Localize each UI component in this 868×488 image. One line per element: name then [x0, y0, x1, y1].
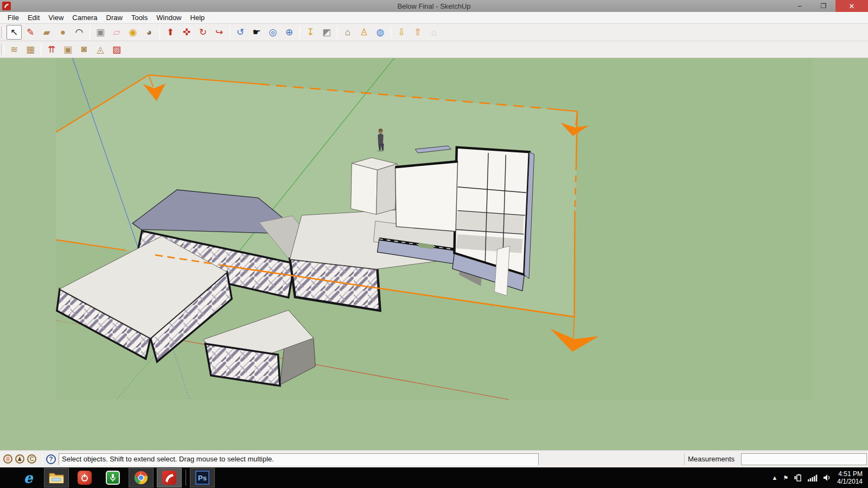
google-earth-icon: ◍ [376, 27, 385, 38]
menu-view[interactable]: View [44, 12, 68, 24]
windows-taskbar: e [0, 467, 868, 488]
power-icon [78, 471, 92, 485]
flip-edge-button[interactable]: ▨ [109, 42, 124, 57]
toolbar-separator [229, 26, 230, 39]
status-tip-text: Select objects. Shift to extend select. … [59, 453, 539, 465]
copyright-icon[interactable]: C [27, 454, 36, 464]
menu-help[interactable]: Help [186, 12, 209, 24]
close-button[interactable]: ✕ [835, 0, 868, 12]
show-hidden-icons[interactable]: ▲ [772, 474, 778, 481]
add-location-icon: ↧ [307, 27, 314, 38]
measurements-input[interactable] [741, 453, 867, 465]
taskbar-chrome[interactable] [129, 468, 154, 487]
photo-textures-button[interactable]: ⌂ [340, 25, 355, 40]
cube-side[interactable] [376, 164, 397, 214]
line-tool-button[interactable]: ✎ [23, 25, 38, 40]
position-camera-icon: ♙ [360, 27, 368, 38]
credit-icon[interactable]: ♟ [15, 454, 24, 464]
arc-tool-button[interactable]: ◠ [72, 25, 87, 40]
move-tool-button[interactable]: ✜ [179, 25, 194, 40]
taskbar-microphone-app[interactable] [100, 468, 125, 487]
toolbar-separator [90, 26, 90, 39]
volume-speaker-icon[interactable] [823, 474, 832, 481]
add-location-button[interactable]: ↧ [303, 25, 318, 40]
pan-tool-button[interactable]: ☛ [249, 25, 264, 40]
stamp-button[interactable]: ▣ [60, 42, 75, 57]
toolbar-separator [337, 26, 337, 39]
get-models-button[interactable]: ⇩ [394, 25, 409, 40]
offset-icon: ↪ [215, 27, 223, 38]
rectangle-tool-button[interactable]: ▰ [39, 25, 54, 40]
push-pull-button[interactable]: ⬆ [163, 25, 178, 40]
restore-button[interactable]: ❐ [812, 0, 835, 12]
menu-camera[interactable]: Camera [68, 12, 101, 24]
toolbar-drag-handle[interactable] [1, 43, 4, 55]
taskbar-photoshop[interactable]: Ps [190, 468, 215, 487]
cube-front[interactable] [351, 163, 378, 214]
offset-tool-button[interactable]: ↪ [212, 25, 227, 40]
make-component-button[interactable]: ▣ [93, 25, 108, 40]
from-contours-button[interactable]: ≋ [7, 42, 22, 57]
sketchup-window: Below Final - SketchUp – ❐ ✕ File Edit V… [0, 0, 868, 488]
geolocation-icon[interactable] [3, 454, 12, 464]
zoom-tool-button[interactable]: ◎ [265, 25, 280, 40]
menu-tools[interactable]: Tools [127, 12, 152, 24]
select-tool-button[interactable]: ↖ [7, 25, 22, 40]
network-signal-icon[interactable] [808, 474, 818, 481]
measurements-label: Measurements [684, 453, 741, 465]
action-center-flag-icon[interactable]: ⚑ [783, 474, 788, 481]
model-viewport[interactable] [0, 58, 868, 450]
minimize-button[interactable]: – [788, 0, 812, 12]
menu-edit[interactable]: Edit [23, 12, 44, 24]
google-earth-button[interactable]: ◍ [373, 25, 388, 40]
menu-window[interactable]: Window [152, 12, 186, 24]
taskbar-sketchup[interactable] [157, 468, 182, 487]
eraser-tool-button[interactable]: ▱ [109, 25, 124, 40]
menu-file[interactable]: File [3, 12, 23, 24]
toggle-terrain-icon: ◩ [322, 27, 331, 38]
system-tray: ▲ ⚑ 4:51 PM 4/1/2014 [772, 470, 868, 485]
smoove-button[interactable]: ⇈ [44, 42, 59, 57]
paint-bucket-button[interactable]: ◕ [142, 25, 157, 40]
title-bar[interactable]: Below Final - SketchUp – ❐ ✕ [0, 0, 868, 12]
share-model-button[interactable]: ⇧ [410, 25, 425, 40]
zoom-icon: ◎ [269, 27, 277, 38]
taskbar-internet-explorer[interactable]: e [16, 468, 41, 487]
tape-measure-button[interactable]: ◉ [125, 25, 141, 40]
orbit-tool-button[interactable]: ↺ [233, 25, 248, 40]
taskbar-file-explorer[interactable] [44, 468, 69, 487]
zoom-extents-button[interactable]: ⊕ [282, 25, 297, 40]
photo-textures-icon: ⌂ [345, 27, 350, 38]
file-explorer-icon [49, 471, 64, 484]
menu-draw[interactable]: Draw [102, 12, 127, 24]
drape-button[interactable]: ◙ [76, 42, 92, 57]
position-camera-button[interactable]: ♙ [356, 25, 372, 40]
sketchup-icon [162, 471, 176, 485]
add-detail-button[interactable]: ◬ [93, 42, 108, 57]
viewport-canvas[interactable] [0, 58, 868, 450]
status-bar: ♟ C ? Select objects. Shift to extend se… [0, 450, 868, 467]
add-detail-icon: ◬ [97, 44, 104, 55]
rotate-icon: ↻ [199, 27, 207, 38]
move-icon: ✜ [183, 27, 190, 38]
from-scratch-button[interactable]: ▦ [23, 42, 38, 57]
stamp-icon: ▣ [63, 44, 72, 55]
push-pull-icon: ⬆ [167, 27, 174, 38]
toolbar-separator [41, 43, 41, 56]
toolbar-drag-handle[interactable] [1, 27, 4, 38]
extension-warehouse-button[interactable]: ⌂ [426, 25, 442, 40]
mid-volume-front[interactable] [395, 162, 458, 232]
rotate-tool-button[interactable]: ↻ [195, 25, 210, 40]
taskbar-power-app[interactable] [72, 468, 97, 487]
taskbar-clock[interactable]: 4:51 PM 4/1/2014 [837, 470, 863, 485]
toolbar-main: ↖ ✎ ▰ ● ◠ ▣ ▱ ◉ ◕ ⬆ ✜ ↻ ↪ ↺ ☛ ◎ ⊕ ↧ ◩ ⌂ … [0, 24, 868, 41]
get-models-icon: ⇩ [398, 27, 405, 38]
toggle-terrain-button[interactable]: ◩ [319, 25, 334, 40]
photoshop-icon: Ps [195, 471, 209, 485]
circle-tool-button[interactable]: ● [55, 25, 71, 40]
power-battery-icon[interactable] [794, 474, 802, 481]
statusbar-separator [42, 453, 43, 465]
orbit-icon: ↺ [237, 27, 244, 38]
toolbar-sandbox: ≋ ▦ ⇈ ▣ ◙ ◬ ▨ [0, 41, 868, 58]
help-icon[interactable]: ? [46, 454, 56, 464]
